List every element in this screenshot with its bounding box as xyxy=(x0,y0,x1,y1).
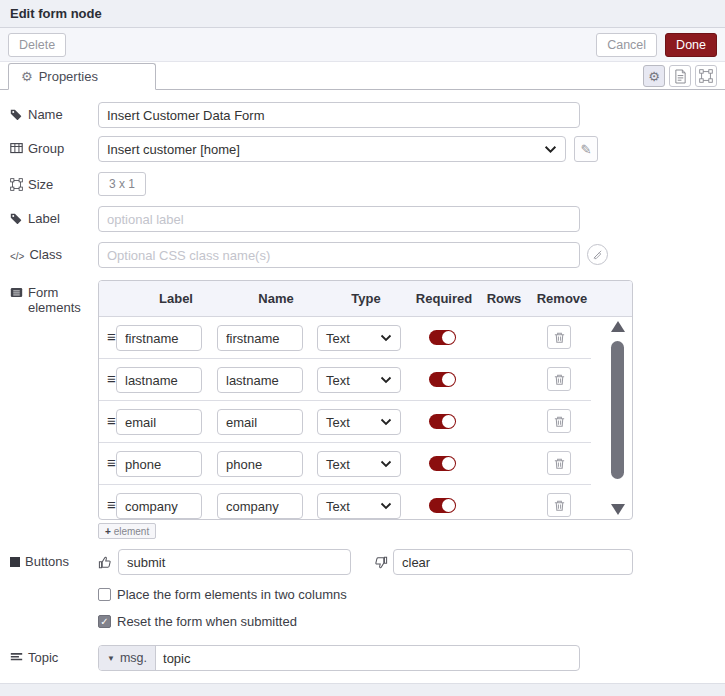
edit-group-button[interactable]: ✎ xyxy=(574,136,598,162)
header-label: Label xyxy=(159,291,193,306)
two-columns-checkbox[interactable] xyxy=(98,588,111,601)
class-picker-button[interactable] xyxy=(587,244,608,265)
tag-icon xyxy=(10,212,23,225)
chevron-down-icon xyxy=(544,145,557,154)
trash-icon xyxy=(553,373,566,386)
element-label-input[interactable] xyxy=(116,367,202,393)
element-label-input[interactable] xyxy=(116,409,202,435)
element-type-select[interactable]: Text xyxy=(317,367,401,393)
required-toggle[interactable] xyxy=(429,456,456,471)
add-element-button[interactable]: + element xyxy=(98,523,156,539)
scroll-down-arrow[interactable] xyxy=(611,504,625,515)
pencil-icon: ✎ xyxy=(580,142,591,157)
toggle-knob xyxy=(442,373,455,386)
tag-icon xyxy=(10,108,23,121)
header-remove: Remove xyxy=(537,291,588,306)
required-toggle[interactable] xyxy=(429,372,456,387)
name-input[interactable] xyxy=(98,102,580,128)
remove-element-button[interactable] xyxy=(547,367,571,391)
group-select[interactable]: Insert customer [home] xyxy=(98,136,566,162)
element-label-input[interactable] xyxy=(116,493,202,519)
delete-button[interactable]: Delete xyxy=(8,33,66,57)
element-type-select[interactable]: Text xyxy=(317,493,401,519)
required-toggle[interactable] xyxy=(429,498,456,513)
cancel-button[interactable]: Cancel xyxy=(596,33,657,57)
group-label: Group xyxy=(10,136,98,162)
form-elements-label: Form elements xyxy=(10,280,98,539)
buttons-label: Buttons xyxy=(10,549,98,575)
header-required: Required xyxy=(416,291,472,306)
thumbs-up-icon xyxy=(98,555,113,570)
size-label: Size xyxy=(10,172,98,196)
size-button[interactable]: 3 x 1 xyxy=(98,172,146,196)
required-toggle[interactable] xyxy=(429,414,456,429)
tab-properties[interactable]: ⚙ Properties xyxy=(8,63,156,90)
two-columns-option: Place the form elements in two columns xyxy=(98,587,715,602)
buttons-inputs xyxy=(98,549,633,575)
tabbar-buttons: ⚙ xyxy=(643,65,717,87)
scroll-up-arrow[interactable] xyxy=(611,321,625,332)
element-name-input[interactable] xyxy=(217,409,303,435)
required-toggle[interactable] xyxy=(429,330,456,345)
topic-value-input[interactable]: topic xyxy=(156,646,579,670)
element-label-input[interactable] xyxy=(116,451,202,477)
drag-handle-icon[interactable]: ≡ xyxy=(107,496,115,513)
remove-element-button[interactable] xyxy=(547,451,571,475)
element-name-input[interactable] xyxy=(217,325,303,351)
clear-button-input[interactable] xyxy=(393,549,633,575)
appearance-button[interactable] xyxy=(695,65,717,87)
table-icon xyxy=(10,142,23,155)
drag-handle-icon[interactable]: ≡ xyxy=(107,328,115,345)
element-type-select[interactable]: Text xyxy=(317,451,401,477)
chevron-down-icon xyxy=(380,502,392,510)
trash-icon xyxy=(553,415,566,428)
footer-strip xyxy=(0,683,725,696)
reset-form-checkbox[interactable] xyxy=(98,615,111,628)
reset-form-label: Reset the form when submitted xyxy=(117,614,297,629)
scrollbar-thumb[interactable] xyxy=(611,341,624,479)
editor-tabbar: ⚙ Properties ⚙ xyxy=(0,62,725,90)
table-rows: ≡ Text xyxy=(99,317,591,519)
element-name-input[interactable] xyxy=(217,451,303,477)
element-type-select[interactable]: Text xyxy=(317,325,401,351)
dialog-header: Edit form node xyxy=(0,0,725,28)
remove-element-button[interactable] xyxy=(547,325,571,349)
pencil-slash-icon xyxy=(592,249,603,260)
plus-icon: + xyxy=(105,526,111,537)
done-button[interactable]: Done xyxy=(665,33,717,57)
name-row: Name xyxy=(10,102,715,128)
topic-typed-input: ▼ msg. topic xyxy=(98,645,580,671)
topic-type-button[interactable]: ▼ msg. xyxy=(99,646,156,670)
element-name-input[interactable] xyxy=(217,367,303,393)
table-scroll-area: ≡ Text xyxy=(99,317,632,519)
remove-element-button[interactable] xyxy=(547,493,571,517)
element-label-input[interactable] xyxy=(116,325,202,351)
class-input[interactable] xyxy=(98,242,580,268)
gear-icon: ⚙ xyxy=(648,69,660,84)
element-name-input[interactable] xyxy=(217,493,303,519)
class-row: </> Class xyxy=(10,242,715,268)
drag-handle-icon[interactable]: ≡ xyxy=(107,412,115,429)
description-button[interactable] xyxy=(669,65,691,87)
dialog-title: Edit form node xyxy=(10,6,102,21)
drag-handle-icon[interactable]: ≡ xyxy=(107,454,115,471)
topic-row: Topic ▼ msg. topic xyxy=(10,645,715,671)
form-elements-row: Form elements Label Name Type Required R… xyxy=(10,280,715,539)
topic-label: Topic xyxy=(10,645,98,671)
label-label: Label xyxy=(10,206,98,232)
element-type-select[interactable]: Text xyxy=(317,409,401,435)
group-row: Group Insert customer [home] ✎ xyxy=(10,136,715,162)
thumbs-down-icon xyxy=(373,555,388,570)
toggle-knob xyxy=(442,331,455,344)
remove-element-button[interactable] xyxy=(547,409,571,433)
topic-type-label: msg. xyxy=(120,651,147,665)
chevron-down-icon xyxy=(380,418,392,426)
appearance-icon xyxy=(699,69,713,83)
code-icon: </> xyxy=(10,249,24,264)
properties-gear-button[interactable]: ⚙ xyxy=(643,65,665,87)
drag-handle-icon[interactable]: ≡ xyxy=(107,370,115,387)
toggle-knob xyxy=(442,457,455,470)
label-input[interactable] xyxy=(98,206,580,232)
submit-button-input[interactable] xyxy=(118,549,351,575)
trash-icon xyxy=(553,331,566,344)
